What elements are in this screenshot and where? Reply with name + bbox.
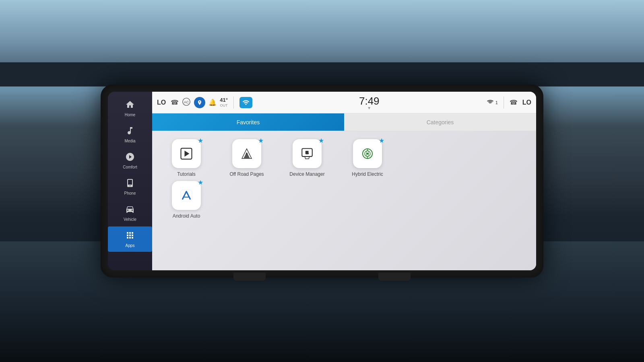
temp-lo-left: LO — [157, 99, 166, 106]
svg-text:AC: AC — [184, 100, 189, 104]
device-manager-label: Device Manager — [289, 171, 324, 177]
device-manager-favorite-star[interactable]: ★ — [318, 137, 324, 144]
apps-grid: ★ Tutorials ★ — [152, 131, 536, 270]
app-android-auto[interactable]: ★ Android Auto — [164, 181, 208, 219]
hybrid-label: Hybrid Electric — [352, 171, 383, 177]
app-device-manager[interactable]: ★ Device Manager — [285, 139, 329, 177]
notification-icon[interactable]: 🔔 — [208, 99, 217, 106]
vehicle-icon — [125, 204, 135, 216]
hybrid-icon-wrapper: ★ — [353, 139, 382, 168]
nav-blue-icon[interactable] — [194, 97, 205, 108]
offroad-label: Off Road Pages — [229, 171, 264, 177]
android-auto-label: Android Auto — [173, 213, 200, 219]
apps-icon — [125, 230, 135, 242]
music-icon — [125, 126, 135, 137]
android-auto-favorite-star[interactable]: ★ — [198, 179, 203, 186]
main-content: LO ☎ AC — [152, 92, 536, 270]
android-auto-icon-wrapper: ★ — [172, 181, 201, 210]
offroad-icon-wrapper: ★ — [232, 139, 261, 168]
tab-categories[interactable]: Categories — [344, 113, 536, 131]
sidebar-item-phone[interactable]: Phone — [108, 174, 152, 200]
sidebar-item-media[interactable]: Media — [108, 122, 152, 147]
sidebar: Home Media Comfo — [108, 92, 152, 270]
hybrid-favorite-star[interactable]: ★ — [379, 137, 384, 144]
sidebar-item-home[interactable]: Home — [108, 96, 152, 121]
sidebar-label-media: Media — [124, 139, 135, 143]
sidebar-label-apps: Apps — [126, 243, 135, 248]
outdoor-temp: 41° OUT — [220, 97, 228, 107]
sidebar-label-comfort: Comfort — [123, 165, 137, 169]
svg-point-13 — [367, 153, 369, 155]
app-offroad[interactable]: ★ Off Road Pages — [225, 139, 269, 177]
app-hybrid[interactable]: ★ Hy — [345, 139, 390, 177]
svg-marker-3 — [185, 151, 190, 157]
home-icon — [125, 100, 135, 111]
device-manager-icon-wrapper: ★ — [293, 139, 322, 168]
apps-row-1: ★ Tutorials ★ — [164, 139, 524, 177]
dashboard-bumper-left — [233, 273, 266, 281]
status-divider-1 — [233, 97, 234, 109]
comfort-icon — [125, 152, 135, 163]
tutorials-label: Tutorials — [177, 171, 196, 177]
tutorials-icon-wrapper: ★ — [172, 139, 201, 168]
temp-lo-right: LO — [522, 99, 531, 106]
phone-right-icon: ☎ — [510, 99, 518, 106]
car-dash-strip — [0, 62, 644, 86]
offroad-favorite-star[interactable]: ★ — [258, 137, 264, 144]
ac-status-icon: AC — [182, 97, 191, 108]
phone-status-icon: ☎ — [171, 99, 179, 106]
screen-bezel: Home Media Comfo — [108, 92, 536, 270]
app-tutorials[interactable]: ★ Tutorials — [164, 139, 208, 177]
sidebar-label-home: Home — [125, 113, 136, 117]
tab-favorites[interactable]: Favorites — [152, 113, 344, 131]
sidebar-label-vehicle: Vehicle — [124, 217, 136, 222]
car-top-background — [0, 0, 644, 72]
dashboard-bumper-right — [378, 273, 411, 281]
svg-point-6 — [246, 153, 248, 154]
infotainment-screen: Home Media Comfo — [101, 84, 543, 278]
sidebar-item-apps[interactable]: Apps — [108, 226, 152, 252]
dashboard-frame: Home Media Comfo — [101, 84, 543, 278]
clock-display: 7:49 ▼ — [359, 95, 380, 110]
sidebar-item-vehicle[interactable]: Vehicle — [108, 200, 152, 226]
status-bar: LO ☎ AC — [152, 92, 536, 113]
phone-icon — [125, 178, 135, 189]
sidebar-item-comfort[interactable]: Comfort — [108, 148, 152, 173]
status-divider-2 — [504, 97, 504, 109]
apps-row-2: ★ Android Auto — [164, 181, 524, 219]
sidebar-label-phone: Phone — [124, 191, 136, 195]
radio-icon[interactable] — [239, 97, 252, 108]
tab-bar: Favorites Categories — [152, 113, 536, 131]
tutorials-favorite-star[interactable]: ★ — [198, 137, 203, 144]
satellite-radio: 1 — [486, 99, 498, 106]
